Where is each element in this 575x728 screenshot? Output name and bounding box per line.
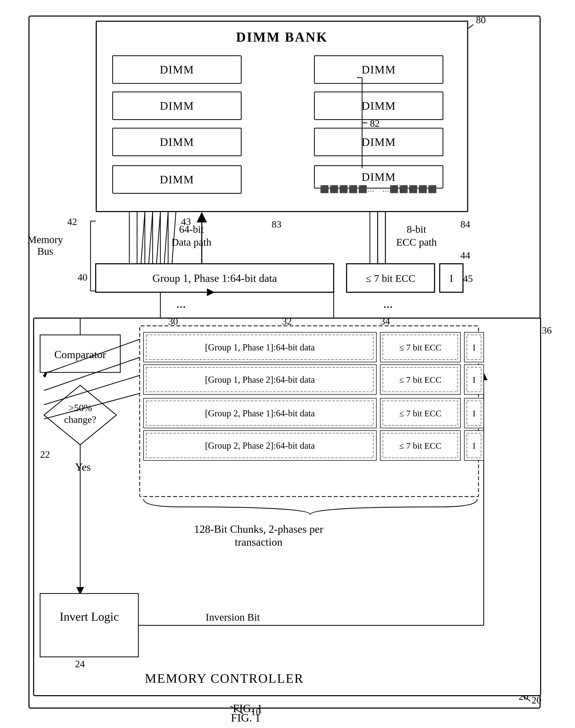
dimm-bank-box: DIMM BANK DIMM DIMM DIMM DIMM DIMM DIMM … bbox=[96, 21, 468, 212]
ref-20: 20 bbox=[519, 691, 529, 702]
dimm-right-3: DIMM bbox=[314, 128, 443, 156]
dimm-left-2: DIMM bbox=[112, 92, 242, 120]
dimm-left-4: DIMM bbox=[112, 165, 242, 194]
svg-text:36: 36 bbox=[542, 325, 552, 336]
dimm-left-3: DIMM bbox=[112, 128, 242, 156]
dimm-right-4: DIMM ⬛⬛⬛⬛⬛... ...⬛⬛⬛⬛⬛ bbox=[314, 165, 443, 188]
dimm-left-1: DIMM bbox=[112, 55, 242, 84]
dimm-bank-label: DIMM BANK bbox=[97, 30, 467, 45]
dimm-right-2: DIMM bbox=[314, 92, 443, 120]
diagram: 20 FIG. 1 DIMM BANK DIMM DIMM DIMM DIMM … bbox=[0, 0, 575, 728]
dimm-right-1: DIMM bbox=[314, 55, 443, 84]
dimm-pins-left: ⬛⬛⬛⬛⬛... bbox=[320, 185, 375, 194]
dimm-pins-right: ...⬛⬛⬛⬛⬛ bbox=[382, 185, 437, 194]
fig-number: FIG. 1 bbox=[233, 702, 263, 715]
